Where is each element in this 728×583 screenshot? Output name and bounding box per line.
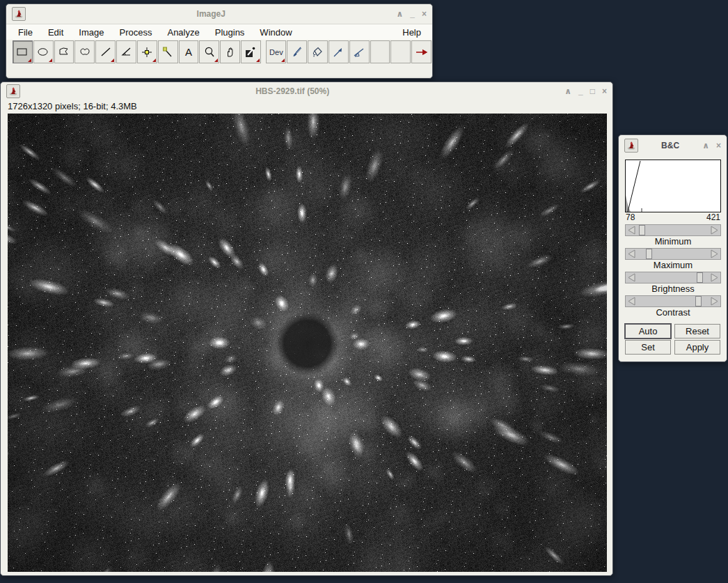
tool-options-marker: [152, 59, 156, 62]
brush-tool-button[interactable]: [287, 40, 307, 63]
brightness-label: Brightness: [625, 283, 721, 294]
hand-icon: [223, 45, 237, 59]
more-tools-button[interactable]: [411, 40, 432, 63]
contrast-slider[interactable]: [625, 295, 721, 307]
wand-tool-button[interactable]: [158, 40, 178, 63]
display-max-value: 421: [706, 212, 720, 223]
reset-button[interactable]: Reset: [674, 324, 720, 339]
angle-tool-button[interactable]: [116, 40, 136, 63]
contrast-label: Contrast: [625, 307, 721, 318]
maximize-icon[interactable]: □: [590, 87, 595, 95]
polygon-tool-button[interactable]: [54, 40, 74, 63]
close-icon[interactable]: ×: [602, 87, 607, 95]
slider-right-arrow-icon: [709, 296, 720, 306]
arrow-icon: [331, 45, 345, 59]
menu-analyze[interactable]: Analyze: [159, 26, 207, 39]
flood-fill-tool-button[interactable]: [308, 40, 328, 63]
collapse-icon[interactable]: ∧: [564, 87, 571, 95]
oval-icon: [36, 45, 50, 59]
diffraction-image[interactable]: [8, 114, 607, 572]
tool-options-marker: [28, 59, 31, 62]
hand-tool-button[interactable]: [220, 40, 240, 63]
imagej-logo-icon: [8, 86, 18, 96]
histogram-range: 78 421: [625, 212, 721, 223]
apply-button[interactable]: Apply: [674, 340, 720, 355]
imagej-app-icon: [12, 7, 26, 21]
slider-right-arrow-icon: [709, 249, 720, 259]
point-icon: [140, 45, 154, 59]
menu-edit[interactable]: Edit: [40, 26, 71, 39]
collapse-icon[interactable]: ∧: [702, 141, 709, 150]
empty-tool-slot[interactable]: [390, 40, 411, 63]
wand-icon: [161, 45, 175, 59]
imagej-logo-icon: [14, 9, 24, 19]
rectangle-tool-button[interactable]: [13, 40, 33, 63]
menu-process[interactable]: Process: [112, 26, 160, 39]
slider-thumb[interactable]: [695, 296, 702, 306]
image-info-text: 1726x1320 pixels; 16-bit; 4.3MB: [1, 100, 612, 114]
brush-icon: [290, 45, 304, 59]
set-button[interactable]: Set: [625, 340, 671, 355]
close-icon[interactable]: ×: [716, 141, 721, 150]
tool-options-marker: [281, 59, 285, 62]
zoom-tool-button[interactable]: [199, 40, 219, 63]
minimize-icon[interactable]: _: [578, 87, 583, 95]
line-icon: [99, 45, 113, 59]
dropper-icon: [244, 45, 258, 59]
menu-file[interactable]: File: [10, 26, 40, 39]
menu-window[interactable]: Window: [252, 26, 299, 39]
slider-thumb[interactable]: [646, 249, 652, 259]
imagej-main-window: ImageJ ∧ _ × File Edit Image Process Ana…: [6, 3, 433, 79]
freehand-tool-button[interactable]: [74, 40, 95, 63]
imagej-status-area: [6, 64, 432, 77]
minimize-icon[interactable]: _: [410, 10, 415, 18]
collapse-icon[interactable]: ∧: [397, 10, 404, 18]
menu-image[interactable]: Image: [71, 26, 111, 39]
tool-options-marker: [49, 59, 52, 62]
imagej-app-icon: [6, 84, 20, 98]
image-window-titlebar[interactable]: HBS-2929.tif (50%) ∧ _ □ ×: [1, 82, 612, 100]
slider-left-arrow-icon: [626, 296, 638, 306]
window-title: ImageJ: [30, 9, 393, 19]
flipped-arrow-tool-button[interactable]: [349, 40, 370, 63]
slider-left-arrow-icon: [626, 225, 638, 235]
menu-help[interactable]: Help: [395, 26, 428, 39]
angle-icon: [119, 45, 133, 59]
arrow-tool-button[interactable]: [329, 40, 349, 63]
text-tool-button[interactable]: A: [179, 40, 199, 63]
slider-left-arrow-icon: [626, 272, 638, 283]
toolbar: A Dev: [6, 40, 432, 64]
slider-right-arrow-icon: [709, 272, 720, 283]
histogram-plot: [625, 160, 721, 212]
slider-right-arrow-icon: [709, 225, 720, 235]
menubar: File Edit Image Process Analyze Plugins …: [6, 24, 432, 40]
image-window-title: HBS-2929.tif (50%): [24, 86, 560, 96]
point-tool-button[interactable]: [137, 40, 157, 63]
slider-thumb[interactable]: [639, 225, 645, 235]
oval-tool-button[interactable]: [33, 40, 54, 63]
empty-tool-slot[interactable]: [370, 40, 390, 63]
slider-thumb[interactable]: [697, 272, 703, 283]
line-tool-button[interactable]: [95, 40, 116, 63]
text-tool-icon: A: [185, 46, 192, 58]
minimum-label: Minimum: [625, 236, 721, 247]
display-min-value: 78: [626, 212, 635, 223]
color-picker-tool-button[interactable]: [241, 40, 261, 63]
close-icon[interactable]: ×: [422, 10, 427, 18]
imagej-app-icon: [624, 139, 638, 153]
image-window: HBS-2929.tif (50%) ∧ _ □ × 1726x1320 pix…: [0, 81, 613, 576]
menu-plugins[interactable]: Plugins: [207, 26, 253, 39]
paint-bucket-icon: [310, 45, 324, 59]
dev-toolset-button[interactable]: Dev: [266, 40, 286, 63]
rectangle-icon: [15, 45, 29, 59]
freehand-icon: [78, 45, 92, 59]
auto-button[interactable]: Auto: [625, 324, 671, 339]
maximum-slider[interactable]: [625, 248, 721, 260]
tool-options-marker: [111, 59, 114, 62]
imagej-titlebar[interactable]: ImageJ ∧ _ ×: [6, 4, 432, 24]
minimum-slider[interactable]: [625, 224, 721, 236]
brightness-slider[interactable]: [625, 272, 721, 283]
dev-toolset-label: Dev: [269, 48, 283, 56]
double-chevron-right-icon: [414, 45, 429, 59]
bc-titlebar[interactable]: B&C ∧ ×: [619, 135, 727, 155]
